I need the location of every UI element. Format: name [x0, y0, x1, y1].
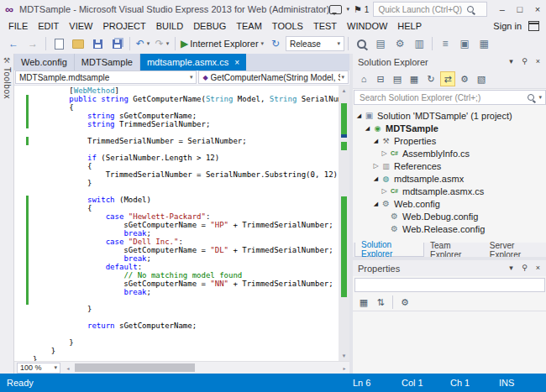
code-text[interactable]: string sGetComputerName; — [33, 112, 197, 120]
code-text[interactable]: { — [33, 103, 74, 112]
tree-item-web-config[interactable]: ◢⚙Web.config — [353, 197, 546, 210]
expander-icon[interactable]: ◢ — [354, 112, 364, 119]
code-text[interactable]: switch (Model) — [33, 196, 151, 204]
categorized-icon[interactable]: ▦ — [356, 295, 371, 310]
home-icon[interactable]: ⌂ — [356, 71, 371, 86]
quick-launch-input[interactable] — [376, 4, 467, 15]
types-dropdown[interactable]: MDTSample.mdtsample ▾ — [15, 71, 197, 84]
pin-icon[interactable]: ⚲ — [518, 262, 531, 274]
property-pages-icon[interactable]: ⚙ — [397, 295, 412, 310]
code-text[interactable]: } — [33, 305, 92, 313]
output-window-button[interactable]: ▣ — [455, 35, 474, 52]
code-text[interactable]: [WebMethod] — [33, 86, 119, 95]
tab-mdtsample[interactable]: MDTSample — [75, 54, 140, 71]
menu-build[interactable]: BUILD — [151, 20, 188, 32]
menu-view[interactable]: VIEW — [64, 20, 97, 32]
zoom-select[interactable]: 100 % ▾ — [17, 363, 60, 374]
tree-item-web-release-config[interactable]: ⚙Web.Release.config — [353, 222, 546, 235]
save-button[interactable] — [88, 35, 107, 52]
undo-button[interactable]: ↶▾ — [134, 35, 152, 52]
code-text[interactable]: break; — [33, 229, 151, 238]
notifications-flag-icon[interactable]: ⚑ — [354, 4, 362, 15]
window-layout-icon[interactable] — [528, 21, 539, 31]
properties-object-dropdown[interactable] — [354, 278, 545, 292]
code-text[interactable]: TrimmedSerialNumber = SerialNumber.Subst… — [33, 170, 339, 179]
new-file-button[interactable] — [50, 35, 68, 52]
tree-item-mdtsample-asmx[interactable]: ◢◍mdtsample.asmx — [353, 172, 546, 185]
menu-team[interactable]: TEAM — [231, 20, 267, 32]
code-text[interactable]: default: — [33, 263, 142, 271]
code-text[interactable]: { — [33, 162, 92, 170]
code-text[interactable]: return sGetComputerName; — [33, 321, 197, 330]
tree-item-references[interactable]: ▷▥References — [353, 159, 546, 172]
expander-icon[interactable]: ◢ — [371, 175, 381, 182]
redo-button[interactable]: ↷▾ — [153, 35, 171, 52]
code-text[interactable]: sGetComputerName = "HP" + TrimmedSerialN… — [33, 221, 333, 229]
close-icon[interactable]: × — [532, 55, 544, 68]
scroll-down-icon[interactable]: ▼ — [339, 351, 349, 361]
code-text[interactable]: // No matching model found — [33, 271, 242, 280]
tree-item-mdtsample[interactable]: ◢◉MDTSample — [353, 122, 546, 134]
find-in-files-button[interactable] — [352, 35, 370, 52]
scrollbar-thumb[interactable] — [75, 363, 195, 372]
properties-header[interactable]: Properties ▾⚲× — [353, 260, 546, 276]
navigate-backward-button[interactable]: ← — [4, 35, 23, 52]
vertical-scrollbar[interactable]: ▲ ▼ — [339, 86, 349, 361]
code-text[interactable]: } — [33, 179, 92, 187]
close-button[interactable]: × — [528, 1, 546, 18]
solution-explorer-header[interactable]: Solution Explorer ▾⚲× — [353, 54, 546, 70]
scrollbar-track[interactable] — [73, 362, 339, 374]
tab-web-config[interactable]: Web.config — [14, 54, 75, 71]
immediate-window-button[interactable]: ▦ — [475, 35, 493, 52]
members-dropdown[interactable]: ◆ GetComputerName(String Model, String S… — [198, 71, 349, 84]
search-input[interactable] — [358, 92, 524, 103]
alphabetical-icon[interactable]: ⇅ — [373, 295, 388, 310]
menu-tools[interactable]: TOOLS — [267, 20, 308, 32]
pin-icon[interactable]: ⚲ — [518, 55, 531, 68]
tree-item-web-debug-config[interactable]: ⚙Web.Debug.config — [353, 210, 546, 222]
expander-icon[interactable]: ◢ — [371, 138, 381, 144]
expander-icon[interactable]: ▷ — [371, 162, 381, 170]
properties-icon[interactable]: ⚙ — [457, 71, 472, 86]
solution-explorer-button[interactable]: ▤ — [371, 35, 390, 52]
open-file-button[interactable] — [69, 35, 87, 52]
maximize-button[interactable]: □ — [511, 1, 528, 18]
toolbox-strip[interactable]: ⚒ Toolbox — [0, 54, 14, 374]
minimize-button[interactable]: – — [493, 1, 511, 18]
menu-test[interactable]: TEST — [308, 20, 342, 32]
code-text[interactable]: string TrimmedSerialNumber; — [33, 120, 210, 128]
menu-project[interactable]: PROJECT — [97, 20, 150, 32]
expander-icon[interactable]: ◢ — [363, 125, 372, 132]
properties-window-button[interactable]: ⚙ — [391, 35, 409, 52]
close-tab-icon[interactable]: × — [234, 58, 239, 67]
navigate-forward-button[interactable]: → — [24, 35, 42, 52]
tree-item-properties[interactable]: ◢⚒Properties — [353, 134, 546, 147]
solution-configurations-select[interactable]: Release▾ — [286, 36, 344, 51]
menu-debug[interactable]: DEBUG — [188, 20, 231, 32]
window-position-icon[interactable]: ▾ — [505, 55, 517, 68]
code-text[interactable]: { — [33, 204, 92, 212]
close-icon[interactable]: × — [532, 262, 544, 274]
feedback-icon[interactable] — [329, 5, 342, 14]
panel-tab-solution-explorer[interactable]: Solution Explorer — [354, 243, 424, 257]
scroll-left-icon[interactable]: ◂ — [63, 365, 73, 371]
window-position-icon[interactable]: ▾ — [505, 262, 517, 274]
code-text[interactable]: break; — [33, 288, 151, 296]
code-text[interactable]: public string GetComputerName(String Mod… — [33, 95, 339, 103]
code-text[interactable]: case "Hewlett-Packard": — [33, 212, 210, 221]
view-code-icon[interactable]: ▦ — [407, 71, 422, 86]
code-text[interactable]: break; — [33, 254, 151, 263]
code-text[interactable]: case "Dell Inc.": — [33, 238, 183, 246]
tree-item-assemblyinfo-cs[interactable]: ▷C#AssemblyInfo.cs — [353, 147, 546, 159]
tab-mdtsample-asmx-cs[interactable]: mdtsample.asmx.cs× — [140, 54, 246, 71]
menu-window[interactable]: WINDOW — [342, 20, 392, 32]
tree-item-mdtsample-asmx-cs[interactable]: ▷C#mdtsample.asmx.cs — [353, 185, 546, 197]
code-text[interactable]: } — [33, 355, 37, 361]
code-text[interactable]: if (SerialNumber.Length > 12) — [33, 154, 219, 162]
start-debug-button[interactable]: ▶Internet Explorer▾ — [179, 35, 265, 52]
browser-refresh-button[interactable]: ↻ — [266, 35, 285, 52]
expander-icon[interactable]: ▷ — [380, 149, 389, 157]
code-text[interactable]: sGetComputerName = "DL" + TrimmedSerialN… — [33, 246, 333, 254]
code-lines[interactable]: [WebMethod] public string GetComputerNam… — [14, 86, 339, 361]
save-all-button[interactable] — [108, 35, 126, 52]
